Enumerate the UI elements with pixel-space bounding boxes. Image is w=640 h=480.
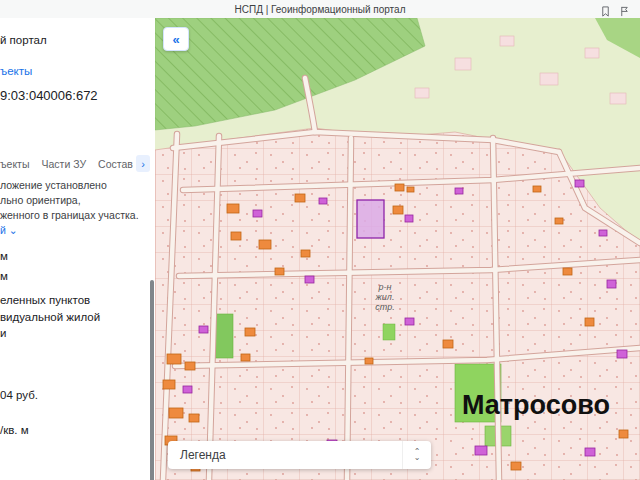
tab-parcel-parts[interactable]: Части ЗУ	[41, 158, 86, 170]
objects-link[interactable]: ъекты	[0, 65, 32, 77]
chevron-down-icon: ⌄	[414, 455, 421, 461]
district-map-label: р-н жил. стр.	[360, 282, 410, 312]
settlement-map-label: Матросово	[445, 390, 627, 421]
location-description-line: женного в границах участка.	[0, 208, 139, 223]
location-description-line: ложение установлено	[0, 178, 107, 193]
sidebar-scrollbar[interactable]	[150, 280, 154, 480]
sidebar-collapse-button[interactable]: «	[163, 27, 189, 51]
district-label-line: жил.	[360, 292, 410, 302]
object-info-panel: й портал ъекты 9:03:040006:672 ъекты Час…	[0, 18, 156, 480]
legend-toggle-button[interactable]: ⌃ ⌄	[402, 441, 431, 469]
tab-objects[interactable]: ъекты	[0, 158, 29, 170]
page-title: НСПД | Геоинформационный портал	[235, 4, 406, 15]
cadastral-number: 9:03:040006:672	[0, 88, 98, 103]
tab-composition[interactable]: Состав	[98, 158, 133, 170]
district-label-line: стр.	[360, 302, 410, 312]
area-value-line: м	[0, 270, 8, 282]
object-tabs: ъекты Части ЗУ Состав	[0, 158, 133, 170]
top-bar: НСПД | Геоинформационный портал	[0, 0, 640, 19]
portal-title: й портал	[0, 34, 47, 46]
location-description-line: льно ориентира,	[0, 193, 81, 208]
cadastral-cost-value: 04 руб.	[0, 389, 38, 401]
legend-panel[interactable]: Легенда ⌃ ⌄	[168, 441, 431, 469]
permitted-use-line: видуальной жилой	[0, 311, 100, 323]
selected-parcel[interactable]	[357, 200, 384, 238]
land-category-value: еленных пунктов	[0, 294, 90, 306]
cost-unit-value: /кв. м	[0, 424, 29, 436]
tabs-scroll-right-button[interactable]: ›	[136, 155, 150, 172]
details-toggle[interactable]: й ⌄	[0, 224, 18, 236]
area-value-line: м	[0, 250, 8, 262]
district-label-line: р-н	[360, 282, 410, 292]
legend-label: Легенда	[168, 448, 226, 462]
permitted-use-line: и	[0, 327, 6, 339]
geoportal-app: НСПД | Геоинформационный портал й портал…	[0, 0, 640, 480]
cadastral-map[interactable]: « р-н жил. стр. Матросово Легенда ⌃ ⌄	[155, 18, 640, 480]
